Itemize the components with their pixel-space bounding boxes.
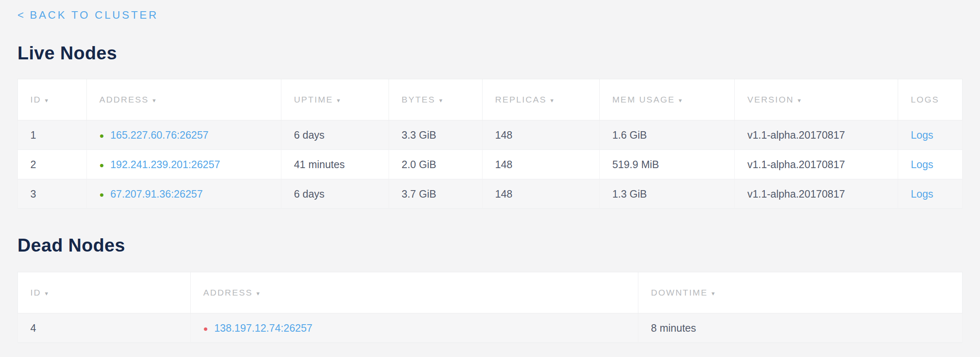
cell-mem-usage: 1.3 GiB bbox=[600, 179, 735, 209]
node-address-link[interactable]: 138.197.12.74:26257 bbox=[214, 322, 312, 334]
cell-bytes: 2.0 GiB bbox=[389, 150, 483, 179]
logs-link[interactable]: Logs bbox=[911, 159, 933, 170]
column-header-label: ADDRESS bbox=[203, 288, 253, 297]
sort-arrow-icon: ▾ bbox=[153, 97, 156, 104]
cell-mem-usage: 519.9 MiB bbox=[600, 150, 735, 179]
sort-arrow-icon: ▾ bbox=[256, 290, 260, 297]
page-container: <BACK TO CLUSTER Live Nodes ID▾ ADDRESS▾… bbox=[0, 0, 980, 343]
dead-nodes-table: ID▾ ADDRESS▾ DOWNTIME▾ 4 ●138.197.12.74:… bbox=[17, 272, 963, 343]
sort-arrow-icon: ▾ bbox=[798, 97, 801, 104]
cell-downtime: 8 minutes bbox=[638, 313, 963, 343]
column-header-label: BYTES bbox=[401, 95, 435, 104]
sort-arrow-icon: ▾ bbox=[679, 97, 682, 104]
back-link-label: BACK TO CLUSTER bbox=[30, 9, 158, 21]
cell-version: v1.1-alpha.20170817 bbox=[735, 179, 898, 209]
node-address-link[interactable]: 67.207.91.36:26257 bbox=[110, 188, 202, 200]
live-nodes-title: Live Nodes bbox=[17, 42, 963, 64]
live-table-header-row: ID▾ ADDRESS▾ UPTIME▾ BYTES▾ REPLICAS▾ ME… bbox=[18, 79, 963, 120]
column-header-logs: LOGS bbox=[898, 79, 963, 120]
cell-id: 4 bbox=[18, 313, 191, 343]
cell-replicas: 148 bbox=[483, 120, 600, 150]
column-header-label: VERSION bbox=[747, 95, 794, 104]
column-header-mem-usage[interactable]: MEM USAGE▾ bbox=[600, 79, 735, 120]
logs-link[interactable]: Logs bbox=[911, 129, 933, 141]
table-row: 4 ●138.197.12.74:26257 8 minutes bbox=[18, 313, 963, 343]
cell-uptime: 6 days bbox=[281, 179, 389, 209]
sort-arrow-icon: ▾ bbox=[550, 97, 554, 104]
cell-address: ●165.227.60.76:26257 bbox=[86, 120, 281, 150]
cell-uptime: 41 minutes bbox=[281, 150, 389, 179]
column-header-downtime[interactable]: DOWNTIME▾ bbox=[638, 272, 963, 313]
live-status-icon: ● bbox=[99, 191, 104, 198]
live-status-icon: ● bbox=[99, 161, 104, 169]
cell-logs: Logs bbox=[898, 179, 963, 209]
cell-logs: Logs bbox=[898, 150, 963, 179]
live-nodes-table: ID▾ ADDRESS▾ UPTIME▾ BYTES▾ REPLICAS▾ ME… bbox=[17, 79, 963, 209]
dead-status-icon: ● bbox=[203, 325, 208, 333]
table-row: 2 ●192.241.239.201:26257 41 minutes 2.0 … bbox=[18, 150, 963, 179]
column-header-label: DOWNTIME bbox=[651, 288, 708, 297]
column-header-label: ID bbox=[30, 95, 41, 104]
cell-address: ●67.207.91.36:26257 bbox=[86, 179, 281, 209]
cell-version: v1.1-alpha.20170817 bbox=[735, 120, 898, 150]
column-header-label: ADDRESS bbox=[99, 95, 149, 104]
node-address-link[interactable]: 165.227.60.76:26257 bbox=[110, 129, 208, 141]
cell-version: v1.1-alpha.20170817 bbox=[735, 150, 898, 179]
cell-mem-usage: 1.6 GiB bbox=[600, 120, 735, 150]
column-header-label: ID bbox=[30, 288, 41, 297]
sort-arrow-icon: ▾ bbox=[45, 290, 48, 297]
back-chevron-icon: < bbox=[17, 9, 26, 21]
cell-bytes: 3.3 GiB bbox=[389, 120, 483, 150]
cell-id: 3 bbox=[18, 179, 87, 209]
table-row: 1 ●165.227.60.76:26257 6 days 3.3 GiB 14… bbox=[18, 120, 963, 150]
column-header-label: REPLICAS bbox=[495, 95, 547, 104]
cell-logs: Logs bbox=[898, 120, 963, 150]
table-row: 3 ●67.207.91.36:26257 6 days 3.7 GiB 148… bbox=[18, 179, 963, 209]
cell-uptime: 6 days bbox=[281, 120, 389, 150]
cell-address: ●192.241.239.201:26257 bbox=[86, 150, 281, 179]
column-header-label: UPTIME bbox=[294, 95, 333, 104]
column-header-id[interactable]: ID▾ bbox=[18, 79, 87, 120]
column-header-address[interactable]: ADDRESS▾ bbox=[86, 79, 281, 120]
column-header-uptime[interactable]: UPTIME▾ bbox=[281, 79, 389, 120]
column-header-address[interactable]: ADDRESS▾ bbox=[190, 272, 638, 313]
sort-arrow-icon: ▾ bbox=[45, 97, 48, 104]
back-to-cluster-link[interactable]: <BACK TO CLUSTER bbox=[17, 8, 158, 22]
node-address-link[interactable]: 192.241.239.201:26257 bbox=[110, 159, 220, 170]
sort-arrow-icon: ▾ bbox=[712, 290, 715, 297]
cell-id: 1 bbox=[18, 120, 87, 150]
column-header-version[interactable]: VERSION▾ bbox=[735, 79, 898, 120]
column-header-bytes[interactable]: BYTES▾ bbox=[389, 79, 483, 120]
cell-replicas: 148 bbox=[483, 179, 600, 209]
dead-table-header-row: ID▾ ADDRESS▾ DOWNTIME▾ bbox=[18, 272, 963, 313]
logs-link[interactable]: Logs bbox=[911, 188, 933, 200]
cell-bytes: 3.7 GiB bbox=[389, 179, 483, 209]
sort-arrow-icon: ▾ bbox=[439, 97, 443, 104]
cell-address: ●138.197.12.74:26257 bbox=[190, 313, 638, 343]
column-header-label: LOGS bbox=[911, 95, 939, 104]
column-header-replicas[interactable]: REPLICAS▾ bbox=[483, 79, 600, 120]
dead-nodes-title: Dead Nodes bbox=[17, 235, 963, 256]
sort-arrow-icon: ▾ bbox=[337, 97, 340, 104]
cell-replicas: 148 bbox=[483, 150, 600, 179]
cell-id: 2 bbox=[18, 150, 87, 179]
column-header-id[interactable]: ID▾ bbox=[18, 272, 191, 313]
column-header-label: MEM USAGE bbox=[612, 95, 675, 104]
live-status-icon: ● bbox=[99, 132, 104, 139]
